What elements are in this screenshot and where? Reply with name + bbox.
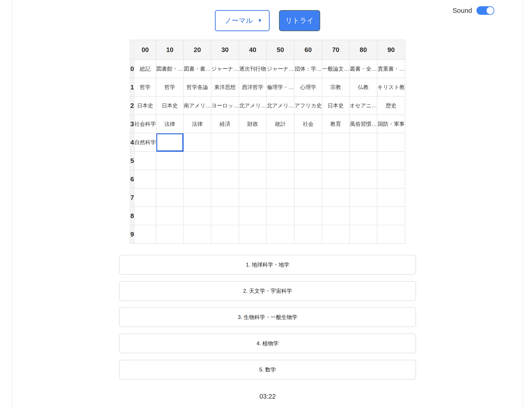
answer-option-1[interactable]: 1. 地球科学・地学 xyxy=(119,255,416,275)
grid-row-8: 8 xyxy=(130,207,405,225)
grid-cell-010: 図書館・… xyxy=(156,60,183,78)
grid-cell-660 xyxy=(294,170,322,188)
grid-cell-170: 宗教 xyxy=(322,78,349,96)
grid-cell-920 xyxy=(183,225,211,243)
col-header-20: 20 xyxy=(183,40,211,60)
row-header-7: 7 xyxy=(130,188,134,207)
grid-cell-570 xyxy=(322,152,349,170)
retry-button[interactable]: リトライ xyxy=(279,10,320,31)
col-header-80: 80 xyxy=(349,40,377,60)
grid-cell-330: 経済 xyxy=(211,115,239,133)
grid-cell-850 xyxy=(266,207,294,225)
grid-cell-590 xyxy=(377,152,405,170)
grid-cell-610 xyxy=(156,170,183,188)
grid-cell-440 xyxy=(239,133,267,152)
grid-cell-480 xyxy=(349,133,377,152)
grid-cell-240: 北アメリ… xyxy=(239,96,267,115)
grid-row-2: 2日本史日本史南アメリ…ヨーロッ…北アメリ…北アメリ…アフリカ史日本史オセアニ…… xyxy=(130,96,405,115)
col-header-90: 90 xyxy=(377,40,405,60)
row-header-2: 2 xyxy=(130,96,134,115)
grid-cell-460 xyxy=(294,133,322,152)
grid-cell-100: 哲学 xyxy=(134,78,156,96)
grid-cell-080: 叢書・全… xyxy=(349,60,377,78)
grid-cell-210: 日本史 xyxy=(156,96,183,115)
grid-cell-550 xyxy=(266,152,294,170)
grid-cell-690 xyxy=(377,170,405,188)
grid-cell-150: 倫理学・… xyxy=(266,78,294,96)
grid-cell-910 xyxy=(156,225,183,243)
answer-option-4[interactable]: 4. 植物学 xyxy=(119,334,416,353)
grid-cell-950 xyxy=(266,225,294,243)
grid-cell-780 xyxy=(349,188,377,207)
grid-row-6: 6 xyxy=(130,170,405,188)
grid-cell-710 xyxy=(156,188,183,207)
grid-cell-000: 総記 xyxy=(134,60,156,78)
grid-cell-790 xyxy=(377,188,405,207)
grid-row-0: 0総記図書館・…図書・書…ジャーナ…逐次刊行物ジャーナ…団体：学…一般論文…叢書… xyxy=(130,60,405,78)
grid-cell-520 xyxy=(183,152,211,170)
grid-cell-670 xyxy=(322,170,349,188)
difficulty-select[interactable]: ノーマル ▼ xyxy=(215,10,270,31)
classification-grid: 00102030405060708090 0総記図書館・…図書・書…ジャーナ…逐… xyxy=(130,40,405,244)
grid-cell-740 xyxy=(239,188,267,207)
grid-row-7: 7 xyxy=(130,188,405,207)
grid-cell-560 xyxy=(294,152,322,170)
grid-cell-200: 日本史 xyxy=(134,96,156,115)
grid-cell-320: 法律 xyxy=(183,115,211,133)
grid-cell-640 xyxy=(239,170,267,188)
grid-cell-340: 財政 xyxy=(239,115,267,133)
difficulty-value: ノーマル xyxy=(225,16,253,25)
grid-cell-540 xyxy=(239,152,267,170)
row-header-4: 4 xyxy=(130,133,134,152)
grid-cell-880 xyxy=(349,207,377,225)
row-header-1: 1 xyxy=(130,78,134,96)
answer-option-5[interactable]: 5. 数学 xyxy=(119,360,416,380)
grid-cell-840 xyxy=(239,207,267,225)
grid-cell-060: 団体：学… xyxy=(294,60,322,78)
grid-cell-680 xyxy=(349,170,377,188)
grid-cell-760 xyxy=(294,188,322,207)
col-header-30: 30 xyxy=(211,40,239,60)
grid-cell-960 xyxy=(294,225,322,243)
grid-cell-110: 哲学 xyxy=(156,78,183,96)
grid-cell-250: 北アメリ… xyxy=(266,96,294,115)
grid-cell-860 xyxy=(294,207,322,225)
grid-cell-990 xyxy=(377,225,405,243)
grid-cell-160: 心理学 xyxy=(294,78,322,96)
grid-cell-870 xyxy=(322,207,349,225)
grid-cell-900 xyxy=(134,225,156,243)
top-controls: ノーマル ▼ リトライ xyxy=(12,10,523,31)
sound-toggle[interactable] xyxy=(476,6,494,15)
answer-option-2[interactable]: 2. 天文学・宇宙科学 xyxy=(119,281,416,301)
grid-cell-030: ジャーナ… xyxy=(211,60,239,78)
grid-cell-820 xyxy=(183,207,211,225)
grid-cell-400: 自然科学 xyxy=(134,133,156,152)
row-header-8: 8 xyxy=(130,207,134,225)
col-header-70: 70 xyxy=(322,40,349,60)
col-header-00: 00 xyxy=(134,40,156,60)
col-header-40: 40 xyxy=(239,40,267,60)
grid-row-9: 9 xyxy=(130,225,405,243)
grid-row-3: 3社会科学法律法律経済財政統計社会教育風俗習慣…国防・軍事 xyxy=(130,115,405,133)
grid-row-1: 1哲学哲学哲学各論東洋思想西洋哲学倫理学・…心理学宗教仏教キリスト教 xyxy=(130,78,405,96)
grid-cell-380: 風俗習慣… xyxy=(349,115,377,133)
grid-cell-830 xyxy=(211,207,239,225)
toggle-knob-icon xyxy=(487,7,494,14)
grid-cell-700 xyxy=(134,188,156,207)
grid-cell-220: 南アメリ… xyxy=(183,96,211,115)
grid-cell-310: 法律 xyxy=(156,115,183,133)
grid-cell-970 xyxy=(322,225,349,243)
grid-cell-350: 統計 xyxy=(266,115,294,133)
col-header-60: 60 xyxy=(294,40,322,60)
grid-cell-370: 教育 xyxy=(322,115,349,133)
row-header-9: 9 xyxy=(130,225,134,243)
grid-cell-140: 西洋哲学 xyxy=(239,78,267,96)
answer-option-3[interactable]: 3. 生物科学・一般生物学 xyxy=(119,307,416,327)
sound-control: Sound xyxy=(452,0,494,21)
grid-cell-800 xyxy=(134,207,156,225)
col-header-10: 10 xyxy=(156,40,183,60)
grid-cell-230: ヨーロッ… xyxy=(211,96,239,115)
row-header-5: 5 xyxy=(130,152,134,170)
grid-cell-720 xyxy=(183,188,211,207)
grid-cell-770 xyxy=(322,188,349,207)
